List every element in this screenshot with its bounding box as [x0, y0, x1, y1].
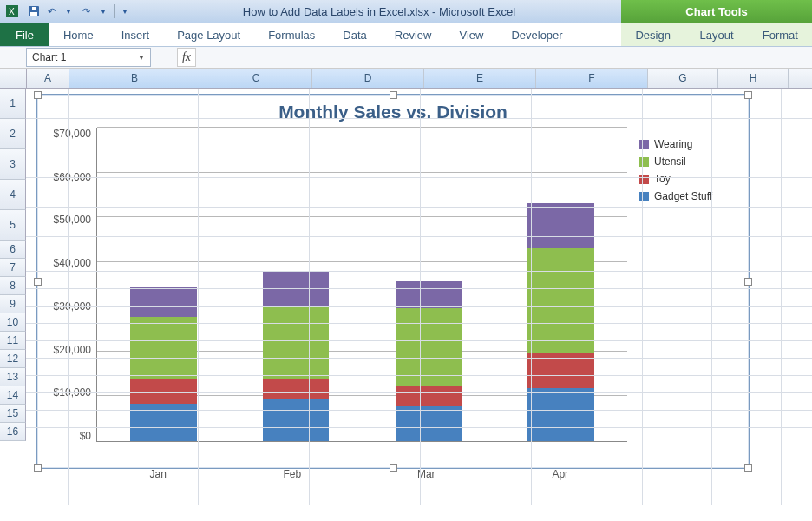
ribbon-tab-home[interactable]: Home — [49, 23, 108, 46]
ribbon-tab-view[interactable]: View — [445, 23, 497, 46]
legend-item[interactable]: Utensil — [639, 155, 743, 168]
bar-segment[interactable] — [396, 406, 462, 441]
bar-segment[interactable] — [396, 308, 462, 385]
y-axis[interactable]: $70,000$60,000$50,000$40,000$30,000$20,0… — [43, 128, 96, 442]
x-tick-label: Feb — [226, 468, 360, 480]
select-all-corner[interactable] — [0, 69, 27, 88]
column-header[interactable]: H — [718, 69, 789, 88]
legend-swatch — [639, 192, 649, 201]
row-header[interactable]: 3 — [0, 149, 26, 180]
row-header[interactable]: 15 — [0, 405, 26, 423]
bar-segment[interactable] — [130, 287, 196, 317]
ribbon-tab-developer[interactable]: Developer — [497, 23, 576, 46]
bar-segment[interactable] — [527, 388, 593, 441]
row-header[interactable]: 6 — [0, 241, 26, 259]
qat-separator — [23, 4, 23, 18]
column-header[interactable]: B — [69, 69, 200, 88]
row-header[interactable]: 2 — [0, 119, 26, 149]
ribbon-tab-data[interactable]: Data — [329, 23, 380, 46]
row-header[interactable]: 11 — [0, 332, 26, 350]
bar-segment[interactable] — [263, 306, 329, 378]
bar-segment[interactable] — [527, 248, 593, 353]
bar-segment[interactable] — [527, 203, 593, 248]
ribbon-tab-layout[interactable]: Layout — [684, 23, 748, 46]
qat-customize-icon[interactable]: ▼ — [118, 4, 132, 18]
chart-gridline — [97, 127, 627, 128]
ribbon-tab-formulas[interactable]: Formulas — [254, 23, 329, 46]
legend-label: Utensil — [654, 155, 686, 168]
column-header[interactable]: E — [424, 69, 536, 88]
column-headers: ABCDEFGH — [0, 69, 812, 89]
y-tick-label: $20,000 — [54, 344, 91, 356]
plot[interactable] — [96, 128, 627, 442]
ribbon-tabs: File HomeInsertPage LayoutFormulasDataRe… — [0, 23, 812, 47]
name-box-dropdown-icon[interactable]: ▼ — [138, 54, 145, 62]
qat-separator — [114, 4, 115, 18]
row-header[interactable]: 16 — [0, 423, 26, 441]
resize-handle-se[interactable] — [744, 464, 752, 472]
resize-handle-ne[interactable] — [744, 91, 752, 99]
bar-group[interactable] — [396, 217, 462, 441]
bar-group[interactable] — [130, 221, 196, 441]
row-header[interactable]: 5 — [0, 210, 26, 241]
chart-tools-contextual-label: Chart Tools — [621, 0, 812, 23]
resize-handle-n[interactable] — [390, 91, 397, 99]
ribbon-tab-review[interactable]: Review — [381, 23, 446, 46]
excel-logo-icon: X — [5, 4, 19, 18]
bar-segment[interactable] — [396, 386, 462, 406]
resize-handle-nw[interactable] — [34, 91, 42, 99]
ribbon-tab-format[interactable]: Format — [749, 23, 812, 46]
y-tick-label: $70,000 — [54, 128, 91, 140]
row-header[interactable]: 10 — [0, 313, 26, 332]
formula-bar-row: Chart 1 ▼ fx — [0, 47, 812, 69]
x-tick-label: Apr — [494, 468, 628, 480]
chart-area[interactable]: Monthly Sales vs. Division $70,000$60,00… — [43, 100, 743, 463]
cells-area[interactable]: Monthly Sales vs. Division $70,000$60,00… — [26, 89, 812, 505]
file-tab[interactable]: File — [0, 23, 49, 46]
resize-handle-sw[interactable] — [34, 464, 42, 472]
legend-swatch — [639, 175, 649, 184]
ribbon-tab-design[interactable]: Design — [621, 23, 684, 46]
row-header[interactable]: 7 — [0, 259, 26, 277]
row-header[interactable]: 9 — [0, 295, 26, 313]
x-axis[interactable]: JanFebMarApr — [91, 468, 627, 480]
bar-segment[interactable] — [263, 399, 329, 441]
bar-segment[interactable] — [130, 317, 196, 378]
column-header[interactable]: G — [648, 69, 718, 88]
fx-icon[interactable]: fx — [177, 48, 196, 67]
legend-item[interactable]: Toy — [639, 173, 743, 185]
y-tick-label: $0 — [80, 430, 91, 442]
column-header[interactable]: D — [312, 69, 424, 88]
chart-title[interactable]: Monthly Sales vs. Division — [43, 102, 743, 122]
ribbon-tab-insert[interactable]: Insert — [108, 23, 164, 46]
row-header[interactable]: 8 — [0, 277, 26, 295]
resize-handle-w[interactable] — [34, 278, 42, 286]
svg-text:X: X — [9, 7, 15, 16]
redo-icon[interactable]: ↷ — [79, 4, 93, 18]
undo-icon[interactable]: ↶ — [44, 4, 58, 18]
name-box-value: Chart 1 — [32, 51, 66, 63]
row-header[interactable]: 13 — [0, 368, 26, 386]
row-headers: 12345678910111213141516 — [0, 89, 26, 505]
row-header[interactable]: 4 — [0, 180, 26, 210]
row-header[interactable]: 1 — [0, 89, 26, 119]
column-header[interactable]: F — [536, 69, 648, 88]
bar-segment[interactable] — [263, 379, 329, 399]
column-header[interactable]: A — [27, 69, 69, 88]
bar-segment[interactable] — [130, 379, 196, 404]
ribbon-tab-page-layout[interactable]: Page Layout — [163, 23, 254, 46]
row-header[interactable]: 14 — [0, 386, 26, 405]
row-header[interactable]: 12 — [0, 350, 26, 368]
svg-rect-3 — [30, 12, 37, 16]
name-box[interactable]: Chart 1 ▼ — [26, 48, 151, 67]
save-icon[interactable] — [27, 4, 41, 18]
bar-group[interactable] — [263, 210, 329, 441]
column-header[interactable]: C — [200, 69, 312, 88]
qat-dropdown-icon[interactable]: ▼ — [62, 4, 75, 18]
qat-dropdown-icon[interactable]: ▼ — [96, 4, 110, 18]
worksheet-grid[interactable]: 12345678910111213141516 Monthly Sales vs… — [0, 89, 812, 505]
legend-item[interactable]: Gadget Stuff — [639, 190, 743, 202]
resize-handle-e[interactable] — [744, 278, 752, 286]
bar-segment[interactable] — [396, 281, 462, 308]
bar-group[interactable] — [527, 168, 593, 441]
